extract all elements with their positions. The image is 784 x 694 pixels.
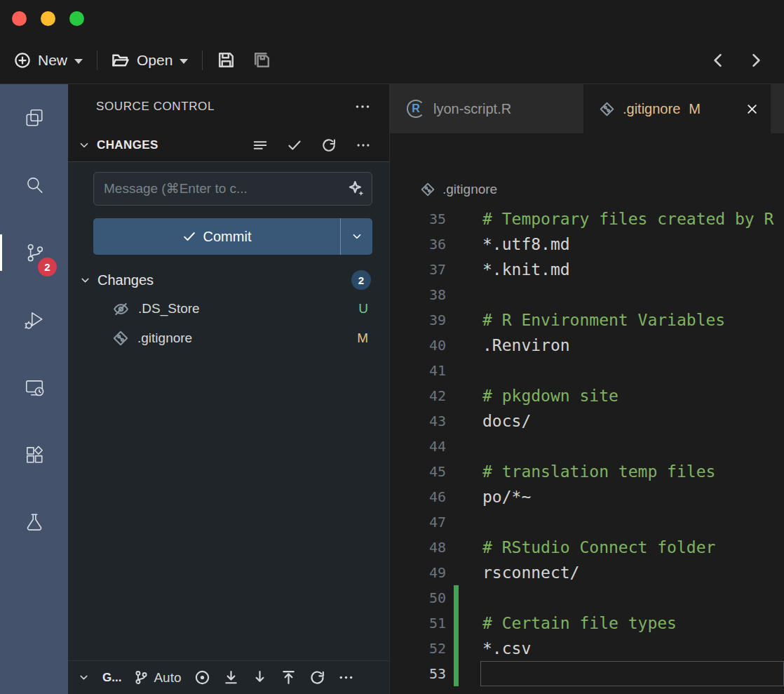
gutter <box>454 383 459 408</box>
code-line[interactable]: 45# translation temp files <box>390 459 784 484</box>
changes-group-label: Changes <box>97 272 154 288</box>
graph-more-button[interactable] <box>338 669 354 686</box>
git-branch-icon <box>134 670 149 685</box>
changes-section-label: CHANGES <box>97 138 158 152</box>
generate-commit-message-button[interactable] <box>347 180 365 198</box>
graph-target-button[interactable] <box>194 669 210 686</box>
changes-group-row[interactable]: Changes 2 <box>68 266 389 294</box>
chevron-down-icon <box>180 59 188 64</box>
code-line[interactable]: 37*.knit.md <box>390 257 784 282</box>
code-line[interactable]: 47 <box>390 509 784 535</box>
commit-message-input[interactable] <box>93 172 372 206</box>
code-line[interactable]: 40.Renviron <box>390 333 784 358</box>
new-button[interactable]: New <box>14 52 83 69</box>
activity-sessions[interactable] <box>0 354 68 421</box>
gutter <box>454 484 459 509</box>
graph-section-label: G... <box>102 671 121 685</box>
code-line[interactable]: 41 <box>390 358 784 383</box>
code-text: po/*~ <box>482 488 531 506</box>
refresh-button[interactable] <box>321 138 337 153</box>
sidebar-title: SOURCE CONTROL <box>96 100 215 114</box>
activity-source-control[interactable]: 2 <box>0 219 68 286</box>
activity-testing[interactable] <box>0 488 68 556</box>
activity-extensions[interactable] <box>0 421 68 488</box>
sidebar-more-button[interactable] <box>354 98 371 115</box>
gutter <box>454 333 459 358</box>
extensions-icon <box>24 444 45 465</box>
commit-button[interactable]: Commit <box>93 218 372 255</box>
breadcrumb[interactable]: .gitignore <box>390 173 784 206</box>
activity-search[interactable] <box>0 152 68 219</box>
gutter <box>454 232 459 257</box>
commit-dropdown-button[interactable] <box>340 218 372 255</box>
navigate-back-button[interactable] <box>708 51 728 70</box>
changes-toolbar <box>252 138 371 153</box>
code-line[interactable]: 52*.csv <box>390 636 784 661</box>
code-line[interactable]: 44 <box>390 434 784 459</box>
code-lines[interactable]: 35# Temporary files created by R36*.utf8… <box>390 206 784 694</box>
gutter <box>454 206 459 232</box>
close-icon <box>745 102 759 116</box>
scm-more-button[interactable] <box>356 138 371 153</box>
editor-tabbar: R lyon-script.R .gitignore M <box>390 84 784 133</box>
code-text: *.csv <box>482 639 531 658</box>
refresh-icon <box>309 669 325 686</box>
tabbar-empty-space <box>770 84 784 133</box>
code-text: # Certain file types <box>482 614 677 632</box>
navigate-forward-button[interactable] <box>746 51 766 70</box>
branch-picker[interactable]: Auto <box>134 670 181 686</box>
code-line[interactable]: 48# RStudio Connect folder <box>390 535 784 560</box>
code-line[interactable]: 50 <box>390 585 784 610</box>
close-tab-button[interactable] <box>745 102 759 116</box>
changes-section-header[interactable]: CHANGES <box>68 129 389 161</box>
open-button[interactable]: Open <box>111 51 188 69</box>
code-line[interactable]: 35# Temporary files created by R <box>390 206 784 232</box>
activity-explorer[interactable] <box>0 84 68 152</box>
activity-run-debug[interactable] <box>0 286 68 354</box>
file-row-gitignore[interactable]: .gitignore M <box>68 323 389 353</box>
code-line[interactable]: 38 <box>390 282 784 307</box>
hidden-file-icon <box>113 301 129 317</box>
commit-all-button[interactable] <box>287 138 302 153</box>
files-icon <box>24 107 45 128</box>
code-text: docs/ <box>482 412 531 430</box>
save-button[interactable] <box>217 51 236 69</box>
push-icon <box>281 669 297 686</box>
code-line[interactable]: 42# pkgdown site <box>390 383 784 408</box>
toolbar-divider <box>97 51 97 70</box>
fetch-button[interactable] <box>223 669 239 686</box>
search-icon <box>24 175 45 196</box>
gutter <box>454 459 459 484</box>
source-control-sidebar: SOURCE CONTROL CHANGES <box>68 84 390 694</box>
code-line[interactable]: 36*.utf8.md <box>390 232 784 257</box>
branch-picker-label: Auto <box>154 670 181 686</box>
editor-tab-lyon-script[interactable]: R lyon-script.R <box>390 84 584 133</box>
zoom-window-button[interactable] <box>69 11 84 26</box>
save-all-button[interactable] <box>252 51 271 69</box>
view-as-list-button[interactable] <box>252 138 268 153</box>
editor-tab-gitignore[interactable]: .gitignore M <box>584 84 770 133</box>
push-button[interactable] <box>281 669 297 686</box>
gutter <box>454 535 459 560</box>
tab-label: lyon-script.R <box>433 101 511 117</box>
run-debug-icon <box>24 309 45 331</box>
file-row-ds-store[interactable]: .DS_Store U <box>68 294 389 323</box>
sidebar-header: SOURCE CONTROL <box>68 84 389 129</box>
code-line[interactable]: 39# R Environment Variables <box>390 307 784 333</box>
code-line[interactable]: 46po/*~ <box>390 484 784 509</box>
graph-refresh-button[interactable] <box>309 669 325 686</box>
chevron-down-icon <box>74 59 83 64</box>
gitignore-file-icon <box>600 102 614 116</box>
code-line[interactable]: 51# Certain file types <box>390 610 784 636</box>
minimize-window-button[interactable] <box>41 11 55 26</box>
gutter <box>454 560 459 585</box>
plus-circle-icon <box>14 52 31 69</box>
code-line[interactable]: 49rsconnect/ <box>390 560 784 585</box>
pull-button[interactable] <box>252 669 268 686</box>
code-line[interactable]: 43docs/ <box>390 408 784 434</box>
code-line[interactable]: 53 <box>390 661 784 686</box>
line-number: 44 <box>390 438 446 455</box>
line-number: 42 <box>390 387 446 404</box>
code-text: # R Environment Variables <box>482 311 725 329</box>
close-window-button[interactable] <box>12 11 27 26</box>
